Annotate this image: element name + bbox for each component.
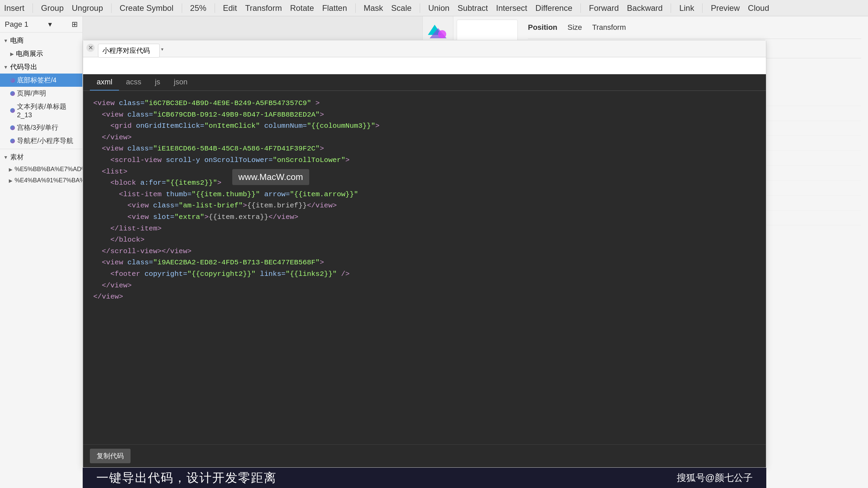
modal-close-button[interactable]: ✕ (86, 44, 95, 52)
layer-group-sucai[interactable]: ▼ 素材 (0, 150, 82, 164)
code-line: <view class="iE1E8CD66-5B4B-45C8-A586-4F… (93, 143, 756, 155)
divider-4 (215, 3, 215, 13)
divider-3 (182, 3, 182, 13)
asset-label: %E4%BA%91%E7%BA%B5... (15, 177, 83, 184)
asset-item-1[interactable]: ▶ %E5%BB%BA%E7%AD%B9... (0, 164, 82, 175)
divider-8 (671, 3, 671, 13)
code-line: <scroll-view scroll-y onScrollToLower="o… (93, 155, 756, 166)
code-export-modal: ✕ 小程序对应代码 ▾ axml acss js json <view clas… (83, 40, 766, 468)
create-symbol-button[interactable]: Create Symbol (120, 3, 174, 13)
difference-button[interactable]: Difference (535, 3, 572, 13)
left-sidebar: Page 1 ▾ ⊞ ▼ 电商 ▶ 电商展示 ▼ 代码导出 底部标签栏/4 页脚… (0, 16, 83, 488)
code-line: <view class="i6C7BC3ED-4B9D-4E9E-B249-A5… (93, 98, 756, 109)
link-button[interactable]: Link (679, 3, 694, 13)
code-content: <view class="i6C7BC3ED-4B9D-4E9E-B249-A5… (83, 91, 766, 444)
layer-tree: ▼ 电商 ▶ 电商展示 ▼ 代码导出 底部标签栏/4 页脚/声明 文本列表/单标… (0, 33, 82, 187)
divider-9 (702, 3, 703, 13)
bottom-banner: 一键导出代码，设计开发零距离 搜狐号@颜七公子 (83, 468, 766, 488)
code-line: <view class="am-list-brief">{{item.brief… (93, 200, 756, 211)
code-line: <footer copyright="{{copyright2}}" links… (93, 268, 756, 280)
layer-item-label: 宫格/3列/单行 (17, 123, 58, 132)
layer-type-icon (10, 78, 15, 83)
section-divider (0, 149, 82, 149)
arrow-icon: ▶ (9, 167, 13, 172)
tab-js[interactable]: js (148, 74, 167, 90)
svg-point-2 (438, 30, 446, 38)
asset-label: %E5%BB%BA%E7%AD%B9... (15, 166, 83, 173)
page-expand-icon: ▾ (48, 20, 52, 29)
layer-group-dianshang[interactable]: ▼ 电商 (0, 34, 82, 47)
banner-right-text: 搜狐号@颜七公子 (677, 471, 753, 484)
transform-button[interactable]: Transform (245, 3, 282, 13)
scale-button[interactable]: Scale (391, 3, 412, 13)
edit-button[interactable]: Edit (223, 3, 237, 13)
rotate-button[interactable]: Rotate (290, 3, 314, 13)
code-line: <list> (93, 166, 756, 178)
cloud-button[interactable]: Cloud (748, 3, 769, 13)
dropdown-selector[interactable]: 小程序对应代码 (98, 44, 160, 58)
panel-top-tabs: Position Size Transform (528, 23, 861, 32)
backward-button[interactable]: Backward (627, 3, 663, 13)
divider-2 (111, 3, 112, 13)
page-selector[interactable]: Page 1 ▾ ⊞ (0, 16, 82, 33)
asset-item-2[interactable]: ▶ %E4%BA%91%E7%BA%B5... (0, 175, 82, 186)
layer-type-icon (10, 108, 15, 113)
code-line: <list-item thumb="{{item.thumb}}" arrow=… (93, 189, 756, 200)
intersect-button[interactable]: Intersect (496, 3, 527, 13)
code-line: <grid onGridItemClick="onItemClick" colu… (93, 120, 756, 132)
arrow-icon: ▼ (3, 38, 8, 43)
group-label: 代码导出 (10, 62, 37, 72)
layer-item-dibu-biaoqian[interactable]: 底部标签栏/4 (0, 74, 82, 87)
layer-item-wenben[interactable]: 文本列表/单标题 2_13 (0, 100, 82, 121)
code-line: <view class="iCB679CDB-D912-49B9-8D47-1A… (93, 109, 756, 121)
group-label: 电商 (10, 36, 24, 45)
divider-1 (33, 3, 33, 13)
group-label: 素材 (10, 152, 24, 162)
code-line: </view> (93, 280, 756, 291)
code-line: </view> (93, 291, 756, 303)
tab-axml[interactable]: axml (90, 74, 119, 90)
layer-group-dianshang-zhanshi[interactable]: ▶ 电商展示 (0, 47, 82, 60)
insert-button[interactable]: Insert (4, 3, 24, 13)
layer-type-icon (10, 91, 15, 96)
mask-button[interactable]: Mask (364, 3, 383, 13)
forward-button[interactable]: Forward (589, 3, 619, 13)
toolbar: Insert Group Ungroup Create Symbol 25% E… (0, 0, 868, 16)
union-button[interactable]: Union (428, 3, 450, 13)
copy-code-button[interactable]: 复制代码 (90, 449, 131, 463)
zoom-level[interactable]: 25% (190, 3, 206, 13)
group-button[interactable]: Group (41, 3, 64, 13)
dropdown-arrow-icon: ▾ (161, 46, 163, 52)
code-line: <block a:for="{{items2}}"> (93, 177, 756, 189)
banner-text: 一键导出代码，设计开发零距离 (96, 470, 277, 486)
page-label: Page 1 (5, 20, 28, 29)
layer-item-label: 页脚/声明 (17, 89, 46, 98)
ungroup-button[interactable]: Ungroup (72, 3, 103, 13)
flatten-button[interactable]: Flatten (322, 3, 347, 13)
tab-json[interactable]: json (167, 74, 194, 90)
divider-5 (355, 3, 356, 13)
preview-button[interactable]: Preview (711, 3, 739, 13)
page-action-icon: ⊞ (72, 20, 78, 29)
layer-item-label: 导航栏/小程序导航 (17, 136, 73, 145)
layer-item-yejiao[interactable]: 页脚/声明 (0, 87, 82, 100)
code-line: <view slot="extra">{{item.extra}}</view> (93, 211, 756, 223)
app-logo-icon (428, 21, 448, 42)
panel-tab-position[interactable]: Position (528, 23, 557, 32)
code-line: </list-item> (93, 223, 756, 235)
layer-item-gongge[interactable]: 宫格/3列/单行 (0, 121, 82, 134)
panel-tab-size[interactable]: Size (568, 23, 582, 32)
panel-tab-transform[interactable]: Transform (592, 23, 626, 32)
layer-item-daohang[interactable]: 导航栏/小程序导航 (0, 134, 82, 147)
arrow-icon: ▼ (3, 155, 8, 160)
layer-item-label: 文本列表/单标题 2_13 (17, 102, 79, 119)
arrow-icon: ▶ (9, 178, 13, 183)
layer-group-daima[interactable]: ▼ 代码导出 (0, 60, 82, 74)
arrow-icon: ▼ (3, 64, 8, 70)
code-line: </view> (93, 132, 756, 143)
modal-bottom-bar: 复制代码 (83, 444, 766, 467)
code-line: </block> (93, 234, 756, 246)
tab-acss[interactable]: acss (119, 74, 148, 90)
subtract-button[interactable]: Subtract (458, 3, 488, 13)
arrow-icon: ▶ (10, 51, 14, 57)
